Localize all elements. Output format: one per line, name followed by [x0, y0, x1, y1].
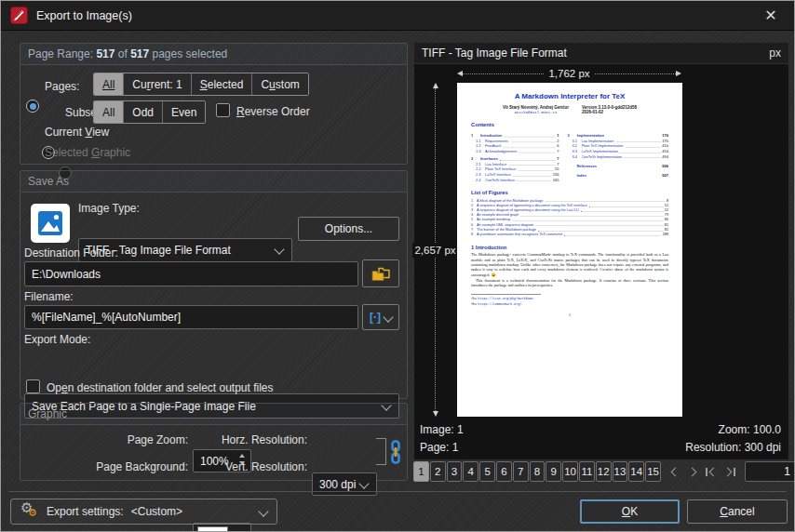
page-button-8[interactable]: 8	[530, 461, 546, 482]
doc-footnote: ¹See https://ctan.org/pkg/markdown.	[471, 296, 668, 300]
destination-folder-input[interactable]	[24, 261, 358, 286]
image-type-icon	[30, 203, 71, 244]
page-button-5[interactable]: 5	[479, 461, 495, 482]
browse-folder-button[interactable]	[362, 259, 399, 287]
doc-paragraph: This document is a technical documentati…	[471, 278, 668, 288]
status-page: Page: 1	[420, 441, 458, 454]
next-page-button[interactable]	[684, 461, 702, 482]
footnote-rule	[471, 294, 541, 295]
ruler-right-arrow-icon	[676, 71, 681, 76]
page-navigation-bar: 123456789101112131415	[413, 461, 795, 482]
toc-entry: Index507	[567, 173, 668, 179]
page-range-label: Page Range:	[28, 47, 93, 60]
chevron-down-icon	[233, 528, 243, 532]
page-button-12[interactable]: 12	[596, 461, 612, 482]
prev-page-button[interactable]	[666, 461, 683, 482]
subset-toggle-group: AllOddEven	[93, 100, 206, 124]
footer-divider	[8, 491, 787, 492]
preview-panel: TIFF - Tag Image File Format px 1,762 px…	[414, 43, 788, 459]
link-resolutions-icon[interactable]	[389, 440, 402, 464]
page-range-count: 517	[96, 47, 115, 60]
page-button-4[interactable]: 4	[463, 461, 478, 482]
export-settings-dropdown[interactable]: ⚙⚙ Export settings: <Custom>	[10, 499, 277, 525]
page-button-1[interactable]: 1	[413, 461, 429, 482]
doc-figures-list: 1A block diagram of the Markdown package…	[471, 198, 668, 237]
page-background-label: Page Background:	[58, 460, 188, 473]
app-icon	[10, 7, 28, 24]
page-button-2[interactable]: 2	[430, 461, 446, 482]
page-range-total: 517	[130, 47, 149, 60]
page-button-9[interactable]: 9	[546, 461, 561, 482]
chevron-down-icon	[383, 312, 393, 322]
reverse-order-checkbox[interactable]	[216, 103, 230, 117]
pages-radio[interactable]	[26, 100, 39, 113]
page-button-11[interactable]: 11	[579, 461, 595, 482]
export-settings-label: Export settings:	[47, 505, 124, 518]
width-ruler: 1,762 px	[457, 68, 681, 79]
height-ruler: 2,657 px	[430, 83, 440, 417]
pages-option-custom[interactable]: Custom	[251, 73, 307, 95]
subset-option-even[interactable]: Even	[162, 101, 205, 123]
page-button-15[interactable]: 15	[645, 461, 661, 482]
page-range-group: Page Range: 517 of 517 pages selected Pa…	[20, 43, 408, 165]
save-as-header: Save As	[20, 171, 407, 193]
page-button-6[interactable]: 6	[496, 461, 512, 482]
page-zoom-label: Page Zoom:	[58, 433, 188, 446]
figure-entry: 8A pushdown automaton that recognizes Te…	[471, 232, 668, 236]
gears-icon: ⚙⚙	[20, 502, 39, 521]
folders-icon	[371, 265, 391, 283]
current-view-label: Current View	[45, 126, 109, 139]
macro-brackets-icon: [·]	[370, 311, 381, 324]
status-zoom: Zoom: 100.0	[719, 423, 781, 436]
subset-option-all[interactable]: All	[94, 101, 123, 123]
selected-graphic-label: Selected Graphic	[45, 146, 130, 159]
page-number-input[interactable]	[745, 461, 795, 482]
preview-format-title: TIFF - Tag Image File Format	[422, 47, 567, 60]
filename-input[interactable]	[24, 305, 358, 329]
close-icon[interactable]: ✕	[757, 4, 785, 28]
page-button-13[interactable]: 13	[613, 461, 628, 482]
pages-option-selected[interactable]: Selected	[191, 73, 252, 95]
page-background-swatch	[197, 526, 228, 532]
status-image: Image: 1	[420, 423, 464, 436]
horz-resolution-value: 300 dpi	[319, 478, 356, 491]
pages-option-all[interactable]: All	[94, 73, 123, 95]
dialog-title: Export to Image(s)	[36, 9, 132, 22]
ruler-down-arrow-icon	[433, 411, 438, 417]
open-destination-checkbox[interactable]	[26, 379, 40, 393]
save-as-group: Save As Image Type: TIFF - Tag Image Fil…	[20, 170, 408, 399]
document-preview[interactable]: A Markdown Interpreter for TeX Vít Starý…	[457, 83, 682, 417]
ok-button[interactable]: OK	[580, 499, 680, 524]
doc-email: witiko@mail.muni.cz	[503, 110, 569, 114]
image-type-label: Image Type:	[78, 202, 140, 215]
pages-option-current-1[interactable]: Current: 1	[123, 73, 190, 95]
vert-resolution-label: Vert. Resolution:	[207, 460, 307, 473]
doc-intro-heading: 1 Introduction	[471, 245, 668, 250]
first-page-button[interactable]	[703, 461, 721, 482]
doc-contents-heading: Contents	[471, 122, 668, 127]
chevron-down-icon	[274, 244, 284, 254]
preview-header: TIFF - Tag Image File Format px	[414, 43, 788, 64]
chevron-down-icon	[358, 478, 369, 488]
resolution-link-bracket	[376, 438, 386, 465]
horz-resolution-dropdown[interactable]: 300 dpi	[312, 472, 377, 496]
pages-toggle-group: AllCurrent: 1SelectedCustom	[93, 73, 309, 96]
page-button-7[interactable]: 7	[513, 461, 529, 482]
subset-option-odd[interactable]: Odd	[123, 101, 162, 123]
cancel-button[interactable]: Cancel	[687, 499, 788, 524]
filename-label: Filename:	[24, 290, 74, 303]
last-page-button[interactable]	[721, 461, 739, 482]
pages-label: Pages:	[45, 80, 79, 93]
export-mode-label: Export Mode:	[24, 333, 90, 346]
page-button-14[interactable]: 14	[628, 461, 644, 482]
doc-toc: 1Introduction11.1Requirements21.2Feedbac…	[471, 131, 668, 182]
page-button-10[interactable]: 10	[562, 461, 578, 482]
doc-paragraph: The Markdown package¹ converts CommonMar…	[471, 253, 668, 278]
horz-resolution-label: Horz. Resolution:	[207, 433, 307, 446]
page-button-3[interactable]: 3	[447, 461, 463, 482]
macro-button[interactable]: [·]	[362, 304, 399, 330]
page-range-header: Page Range: 517 of 517 pages selected	[20, 44, 407, 65]
doc-authors-block: Vít Starý Novotný, Andrej Genčur witiko@…	[471, 105, 668, 114]
options-button[interactable]: Options...	[298, 217, 399, 241]
width-value: 1,762 px	[544, 68, 594, 79]
